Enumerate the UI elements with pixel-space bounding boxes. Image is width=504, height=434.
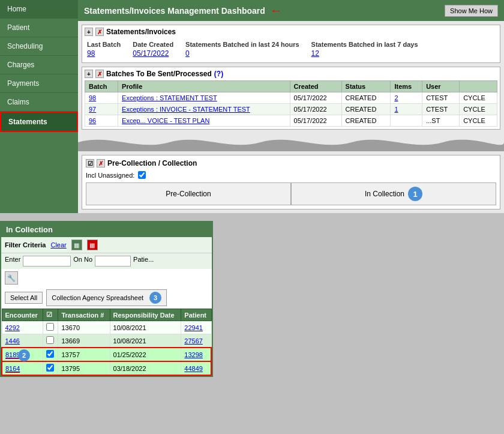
- status-cell: CREATED: [341, 115, 391, 127]
- sidebar-item-patient[interactable]: Patient: [0, 19, 78, 37]
- col-cycle: [460, 81, 497, 92]
- batched-7d-stat: Statements Batched in last 7 days 12: [311, 41, 418, 58]
- patient-link[interactable]: 27567: [184, 337, 203, 345]
- resp-date-cell: 01/25/2022: [110, 348, 181, 361]
- close-statements-button[interactable]: ✗: [95, 28, 104, 36]
- transaction-cell: 13669: [58, 334, 110, 348]
- incl-unassigned-checkbox[interactable]: [138, 171, 146, 179]
- table-row: 8164 13795 03/18/2022 44849: [2, 361, 211, 375]
- batched-24h-stat: Statements Batched in last 24 hours 0: [185, 41, 299, 58]
- patient-link[interactable]: 22941: [184, 324, 203, 331]
- batches-table: Batch Profile Created Status Items User …: [85, 80, 497, 127]
- sidebar-item-charges[interactable]: Charges: [0, 56, 78, 74]
- status-cell: CREATED: [341, 104, 391, 115]
- sidebar-item-scheduling[interactable]: Scheduling: [0, 37, 78, 56]
- encounter-link[interactable]: 1446: [5, 337, 20, 345]
- created-cell: 05/17/2022: [290, 92, 341, 104]
- created-cell: 05/17/2022: [290, 115, 341, 127]
- pre-collection-button[interactable]: Pre-Collection: [86, 182, 291, 205]
- batches-section: + ✗ Batches To Be Sent/Processed (?) Bat…: [82, 67, 500, 130]
- question-mark: (?): [214, 70, 223, 78]
- profile-link[interactable]: Excep... VOICE - TEST PLAN: [122, 117, 209, 124]
- profile-link[interactable]: Exceptions : INVOICE - STATEMENT TEST: [122, 106, 250, 113]
- show-me-how-button[interactable]: Show Me How: [445, 5, 498, 17]
- items-link[interactable]: 1: [394, 106, 398, 113]
- close-precollection-button[interactable]: ✗: [97, 159, 105, 167]
- precollection-buttons: Pre-Collection In Collection 1: [86, 182, 496, 205]
- content-area: Statements/Invoices Management Dashboard…: [78, 0, 504, 213]
- action-row: Select All Collection Agency Spreadsheet…: [1, 287, 212, 309]
- select-all-button[interactable]: Select All: [5, 292, 43, 304]
- in-collection-button[interactable]: In Collection 1: [291, 182, 496, 205]
- batch-link[interactable]: 98: [89, 94, 96, 101]
- batch-link[interactable]: 96: [89, 117, 96, 124]
- last-batch-link[interactable]: 98: [87, 49, 121, 58]
- precollection-section: ☑ ✗ Pre-Collection / Collection Incl Una…: [82, 155, 500, 209]
- profile-link[interactable]: Exceptions : STATEMENT TEST: [122, 94, 217, 101]
- transaction-cell: 13795: [58, 361, 110, 375]
- filter-excel-icon[interactable]: ▦: [71, 240, 82, 250]
- patient-label: Patie...: [133, 256, 154, 267]
- patient-link[interactable]: 44849: [184, 365, 203, 372]
- col-status: Status: [341, 81, 391, 92]
- panel-title: In Collection: [1, 222, 212, 237]
- table-row: 1446 13669 10/08/2021 27567: [2, 334, 211, 348]
- col-batch: Batch: [85, 81, 118, 92]
- search-input[interactable]: [23, 256, 71, 267]
- batched-7d-value: 12: [311, 49, 418, 58]
- expand-batches-button[interactable]: +: [85, 70, 93, 78]
- on-no-input[interactable]: [95, 256, 131, 267]
- col-encounter: Encounter: [2, 309, 43, 321]
- resp-date-cell: 03/18/2022: [110, 361, 181, 375]
- items-link[interactable]: 2: [394, 94, 398, 101]
- cycle-cell: CYCLE: [460, 92, 497, 104]
- in-collection-panel: In Collection Filter Criteria Clear ▦ ▦ …: [0, 221, 213, 377]
- badge-3: 3: [149, 292, 161, 304]
- batched-24h-value: 0: [185, 49, 299, 58]
- batch-link[interactable]: 97: [89, 106, 96, 113]
- filter-pdf-icon[interactable]: ▦: [87, 240, 98, 250]
- table-row: 96 Excep... VOICE - TEST PLAN 05/17/2022…: [85, 115, 497, 127]
- encounter-link[interactable]: 4292: [5, 324, 20, 331]
- on-no-label: On No: [73, 256, 92, 267]
- table-row: 98 Exceptions : STATEMENT TEST 05/17/202…: [85, 92, 497, 104]
- page-title: Statements/Invoices Management Dashboard: [84, 6, 265, 16]
- expand-statements-button[interactable]: +: [85, 28, 93, 36]
- encounter-link[interactable]: 8164: [5, 365, 20, 373]
- tool-icon-wrench[interactable]: 🔧: [5, 271, 18, 285]
- sidebar-item-claims[interactable]: Claims: [0, 93, 78, 112]
- row-checkbox[interactable]: [46, 350, 54, 358]
- badge-2: 2: [18, 349, 30, 361]
- col-items: Items: [391, 81, 422, 92]
- sidebar-item-home[interactable]: Home: [0, 0, 78, 19]
- col-checkbox: ☑: [43, 309, 58, 321]
- sidebar: Home Patient Scheduling Charges Payments…: [0, 0, 78, 213]
- resp-date-cell: 10/08/2021: [110, 321, 181, 334]
- sidebar-item-payments[interactable]: Payments: [0, 74, 78, 93]
- page-header: Statements/Invoices Management Dashboard…: [78, 0, 504, 21]
- sidebar-item-statements[interactable]: Statements: [0, 112, 78, 132]
- user-cell: CTEST: [422, 104, 460, 115]
- wave-divider: [78, 133, 504, 151]
- batches-header: + ✗ Batches To Be Sent/Processed (?): [85, 70, 497, 78]
- badge-1: 1: [408, 187, 422, 201]
- cycle-cell: CYCLE: [460, 104, 497, 115]
- row-checkbox[interactable]: [46, 336, 54, 344]
- collection-agency-button[interactable]: Collection Agency Spreadsheet 3: [46, 289, 167, 306]
- user-cell: CTEST: [422, 92, 460, 104]
- close-batches-button[interactable]: ✗: [95, 70, 104, 78]
- date-created-value: 05/17/2022: [133, 49, 173, 58]
- row-checkbox[interactable]: [46, 364, 54, 372]
- table-row: 4292 13670 10/08/2021 22941: [2, 321, 211, 334]
- col-user: User: [422, 81, 460, 92]
- status-cell: CREATED: [341, 92, 391, 104]
- filter-clear-link[interactable]: Clear: [50, 241, 66, 249]
- red-arrow-icon: ←: [270, 4, 282, 17]
- patient-link[interactable]: 13298: [184, 351, 203, 358]
- table-row: 97 Exceptions : INVOICE - STATEMENT TEST…: [85, 104, 497, 115]
- row-checkbox[interactable]: [46, 323, 54, 331]
- transaction-cell: 13757: [58, 348, 110, 361]
- expand-precollection-button[interactable]: ☑: [86, 159, 94, 167]
- col-created: Created: [290, 81, 341, 92]
- stats-row: Last Batch 98 Date Created 05/17/2022 St…: [85, 38, 497, 60]
